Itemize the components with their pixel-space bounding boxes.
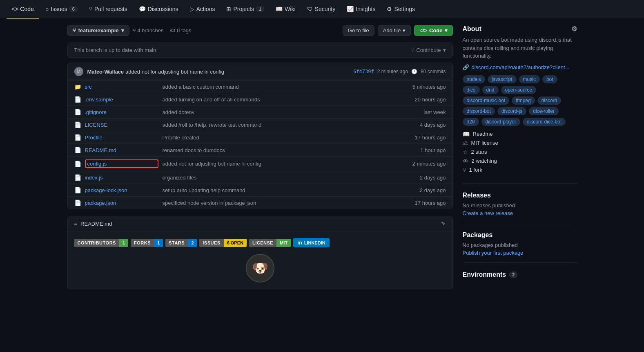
actions-icon: ▷ [190,6,194,12]
tag-discord-dice-bot[interactable]: discord-dice-bot [523,118,566,126]
nav-settings[interactable]: ⚙ Settings [382,2,420,16]
table-row[interactable]: 📁srcadded a basic custom command5 minute… [68,81,452,93]
table-row[interactable]: 📄package-lock.jsonsetup auto updating he… [68,184,452,197]
badge-linkedin[interactable]: in LINKEDIN [293,238,330,247]
tag-javascript[interactable]: javascript [488,75,517,83]
add-file-button[interactable]: Add file ▾ [378,25,411,36]
nav-security[interactable]: 🛡 Security [302,2,341,16]
watching-stat[interactable]: 👁 2 watching [463,158,577,164]
tag-dice[interactable]: dice [463,86,480,94]
contribute-button[interactable]: ⑂ Contribute ▾ [411,47,446,53]
table-row[interactable]: 📄LICENSEadded /roll to /help. rewrote te… [68,119,452,131]
file-icon: 📄 [74,187,81,193]
projects-badge: 1 [256,6,264,12]
tag-ffmpeg[interactable]: ffmpeg [512,96,535,105]
forks-stat[interactable]: ⑂ 1 fork [463,167,577,173]
releases-section: Releases No releases published Create a … [463,192,577,216]
publish-package-link[interactable]: Publish your first package [463,250,577,256]
branch-selector[interactable]: ⑂ feature/example ▾ [67,25,129,36]
balance-icon: ⚖ [463,140,468,146]
tags-container: nodejsjavascriptmusicbotdicedndopen-sour… [463,75,577,126]
tag-discord-music-bot[interactable]: discord-music-bot [463,96,510,105]
file-icon: 📄 [74,147,81,153]
commit-author[interactable]: Mateo-Wallace [87,69,124,75]
edit-icon[interactable]: ✎ [441,220,446,227]
readme-section: ≡ README.md ✎ CONTRIBUTORS1FORKS1STARS2I… [67,216,453,289]
badge-license[interactable]: LICENSEMIT [249,238,291,247]
file-name[interactable]: src [85,84,158,90]
file-name[interactable]: package-lock.json [85,187,158,193]
tag-dnd[interactable]: dnd [482,86,499,94]
commit-header: M Mateo-Wallace added not for adjusting … [68,63,452,81]
table-row[interactable]: 📄.env.sampleadded turning on and off of … [68,93,452,106]
commit-count[interactable]: 80 commits [421,69,446,74]
nav-discussions[interactable]: 💬 Discussions [134,2,183,16]
file-time: 20 hours ago [415,96,446,103]
branches-link[interactable]: ⑂ 4 branches [133,27,164,34]
commit-hash[interactable]: 6f4739f [353,69,374,74]
license-stat[interactable]: ⚖ MIT license [463,140,577,146]
badge-contributors[interactable]: CONTRIBUTORS1 [74,238,129,247]
clock-icon: 🕐 [411,69,417,74]
table-row[interactable]: 📄ProcfileProcfile created17 hours ago [68,131,452,144]
book-icon: 📖 [463,131,470,137]
table-row[interactable]: 📄config.jsadded not for adjusting bot na… [68,157,452,171]
nav-pull-requests[interactable]: ⑂ Pull requests [84,2,132,16]
branch-meta: ⑂ 4 branches 🏷 0 tags [133,27,192,34]
file-icon: 📄 [74,200,81,206]
file-icon: 📄 [74,134,81,141]
nav-issues[interactable]: ○ Issues 6 [40,2,82,16]
file-name[interactable]: index.js [85,175,158,181]
fork-icon: ⑂ [463,167,466,173]
create-release-link[interactable]: Create a new release [463,210,577,216]
file-name[interactable]: package.json [85,200,158,206]
nav-actions[interactable]: ▷ Actions [185,2,220,16]
file-name[interactable]: README.md [85,147,158,153]
file-name[interactable]: .env.sample [85,96,158,103]
file-name[interactable]: config.js [85,159,158,168]
nav-wiki[interactable]: 📖 Wiki [271,2,300,16]
table-row[interactable]: 📄.gitignoreadded dotenvlast week [68,106,452,119]
tag-discord-bot[interactable]: discord-bot [463,107,495,115]
go-to-file-button[interactable]: Go to file [343,25,374,36]
tag-discord-player[interactable]: discord-player [481,118,520,126]
tag-bot[interactable]: bot [542,75,557,83]
about-link[interactable]: 🔗 discord.com/api/oauth2/authorize?clien… [463,64,577,70]
code-button[interactable]: </> Code ▾ [414,25,452,36]
table-row[interactable]: 📄README.mdrenamed docs to dumdocs1 hour … [68,144,452,157]
table-row[interactable]: 📄index.jsorganized files2 days ago [68,171,452,184]
packages-title: Packages [463,231,577,239]
file-name[interactable]: .gitignore [85,109,158,115]
badge-forks[interactable]: FORKS1 [131,238,163,247]
tag-dice-roller[interactable]: dice-roller [529,107,559,115]
table-row[interactable]: 📄package.jsonspecificed node version in … [68,197,452,209]
stars-stat[interactable]: ☆ 2 stars [463,149,577,155]
about-gear-icon[interactable]: ⚙ [571,25,577,33]
badge-issues[interactable]: ISSUES6 OPEN [199,238,247,247]
readme-stat[interactable]: 📖 Readme [463,131,577,137]
main-container: ⑂ feature/example ▾ ⑂ 4 branches 🏷 0 tag… [61,18,584,296]
file-icon: 📄 [74,96,81,103]
tag-discord-js[interactable]: discord-js [497,107,526,115]
tag-discord[interactable]: discord [537,96,562,105]
file-time: 2 days ago [420,175,446,181]
file-commit-msg: added dotenv [163,109,420,115]
nav-insights[interactable]: 📈 Insights [342,2,380,16]
tag-music[interactable]: music [519,75,540,83]
security-icon: 🛡 [307,6,313,12]
nav-projects[interactable]: ⊞ Projects 1 [221,2,269,16]
author-avatar: M [74,67,83,76]
tag-open-source[interactable]: open-source [501,86,537,94]
sidebar: About ⚙ An open source bot made using di… [463,25,577,289]
commit-message: Mateo-Wallace added not for adjusting bo… [87,69,350,75]
file-name[interactable]: LICENSE [85,122,158,128]
tag-nodejs[interactable]: nodejs [463,75,485,83]
file-name[interactable]: Procfile [85,135,158,141]
file-time: 4 days ago [420,122,446,128]
nav-code[interactable]: <> Code [7,2,39,16]
branch-icon: ⑂ [73,27,76,34]
file-icon: 📄 [74,174,81,181]
badge-stars[interactable]: STARS2 [165,238,197,247]
tags-link[interactable]: 🏷 0 tags [170,27,191,34]
tag-d20[interactable]: d20 [463,118,479,126]
